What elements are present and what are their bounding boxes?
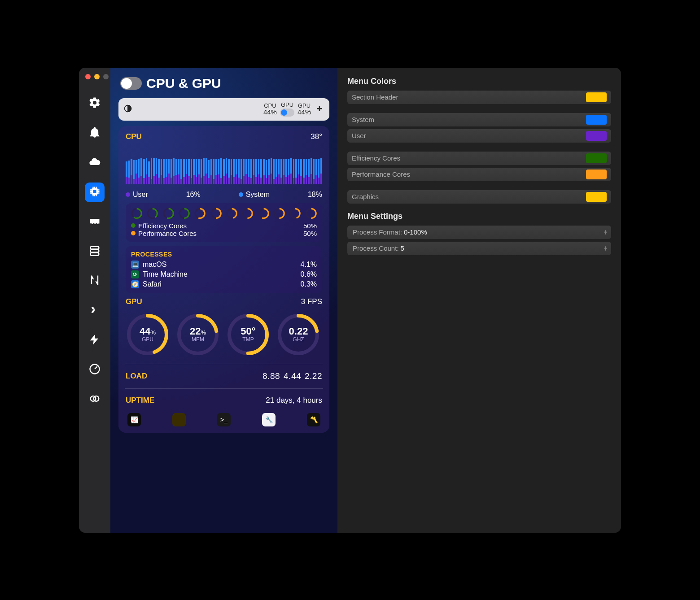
- process-name: macOS: [143, 261, 166, 269]
- color-setting-row[interactable]: Efficiency Cores: [347, 152, 611, 165]
- sidebar-item-disk[interactable]: [85, 242, 105, 261]
- sidebar-item-cpu-gpu[interactable]: [85, 183, 105, 202]
- section-header: CPU & GPU: [118, 68, 329, 98]
- core-ring-icon: [131, 208, 142, 219]
- chart-bar: [148, 161, 150, 184]
- chip-icon: [88, 185, 101, 200]
- legend-system-label: System: [246, 191, 270, 199]
- add-menubar-item-button[interactable]: +: [314, 104, 325, 114]
- eff-cores-label: Efficiency Cores: [138, 222, 187, 230]
- process-app-icon: 💻: [131, 261, 139, 269]
- chart-bar: [206, 158, 207, 184]
- window-zoom-button[interactable]: [103, 74, 109, 79]
- theme-icon[interactable]: [123, 104, 133, 115]
- menu-settings-title: Menu Settings: [347, 212, 611, 221]
- chart-bar: [260, 159, 262, 184]
- dock-app-icon[interactable]: 🔧: [262, 413, 276, 426]
- color-setting-row[interactable]: Performance Cores: [347, 168, 611, 181]
- fan-icon: [88, 304, 101, 318]
- dock-app-icon[interactable]: [172, 413, 186, 426]
- color-swatch[interactable]: [586, 170, 607, 179]
- sidebar-item-sensors[interactable]: [85, 360, 105, 380]
- chart-bar: [173, 158, 175, 184]
- gpu-ring: 0.22GHZ: [276, 313, 320, 357]
- sidebar-item-power[interactable]: [85, 330, 105, 350]
- window-traffic-lights: [85, 74, 109, 79]
- memory-icon: [88, 215, 101, 229]
- section-enable-toggle[interactable]: [120, 77, 142, 90]
- cpu-usage-chart: [126, 146, 322, 184]
- process-app-icon: ⟳: [131, 270, 139, 278]
- process-row: 🧭Safari0.3%: [131, 280, 317, 288]
- chart-bar: [191, 159, 192, 184]
- sidebar-item-combined[interactable]: [85, 390, 105, 409]
- legend-user-label: User: [133, 191, 148, 199]
- app-window: CPU & GPU CPU44% GPU GPU44% + CPU38° Use…: [79, 68, 621, 533]
- color-setting-row[interactable]: System: [347, 113, 611, 126]
- load-5: 4.44: [284, 371, 301, 381]
- process-value: 4.1%: [301, 261, 317, 269]
- color-setting-label: Efficiency Cores: [352, 154, 400, 162]
- chart-bar: [140, 158, 142, 184]
- menubar-cpu[interactable]: CPU44%: [263, 103, 277, 116]
- dock-app-icon[interactable]: 〽️: [307, 413, 320, 426]
- chart-bar: [131, 159, 132, 184]
- chevron-updown-icon: ▲▼: [604, 230, 608, 235]
- gpu-ring: 22%MEM: [176, 313, 220, 357]
- setting-select[interactable]: Process Format: 0-100%▲▼: [347, 226, 611, 239]
- menubar-gpu[interactable]: GPU44%: [298, 103, 311, 116]
- cloud-icon: [88, 156, 101, 170]
- sidebar-item-fans[interactable]: [85, 301, 105, 321]
- sidebar-item-weather[interactable]: [85, 153, 105, 173]
- chart-bar: [273, 159, 275, 184]
- chart-bar: [213, 159, 215, 184]
- menubar-preview: CPU44% GPU GPU44% +: [118, 98, 329, 121]
- window-minimize-button[interactable]: [94, 74, 100, 79]
- dock-app-icon[interactable]: >_: [217, 413, 231, 426]
- color-swatch[interactable]: [586, 92, 607, 102]
- color-swatch[interactable]: [586, 192, 607, 202]
- core-ring-icon: [258, 208, 269, 219]
- menubar-gpu-toggle[interactable]: GPU: [280, 102, 294, 117]
- color-swatch[interactable]: [586, 131, 607, 141]
- sidebar-item-network[interactable]: [85, 271, 105, 291]
- core-ring-icon: [147, 208, 158, 219]
- window-close-button[interactable]: [85, 74, 91, 79]
- chart-bar: [138, 159, 140, 184]
- dock-app-icon[interactable]: 📈: [127, 413, 141, 426]
- setting-select[interactable]: Process Count: 5▲▼: [347, 242, 611, 255]
- sidebar-item-alerts[interactable]: [85, 123, 105, 143]
- core-ring-icon: [163, 208, 174, 219]
- chart-bar: [233, 159, 235, 184]
- gpu-fps: 3 FPS: [301, 297, 322, 306]
- gpu-ring: 44%GPU: [126, 313, 170, 357]
- chart-bar: [183, 159, 185, 184]
- gpu-ring: 50°TMP: [226, 313, 270, 357]
- setting-label: Process Format:: [353, 228, 402, 236]
- cpu-section-label: CPU: [126, 132, 142, 141]
- color-setting-label: User: [352, 132, 366, 139]
- gear-icon: [88, 96, 101, 111]
- color-swatch[interactable]: [586, 153, 607, 163]
- app-shortcut-row: 📈>_🔧〽️: [126, 413, 322, 426]
- color-swatch[interactable]: [586, 115, 607, 125]
- chart-bar: [295, 159, 297, 184]
- chart-bar: [293, 159, 295, 184]
- chart-bar: [298, 159, 300, 184]
- eff-cores-value: 50%: [303, 222, 317, 230]
- chart-bar: [196, 159, 197, 184]
- color-setting-label: Performance Cores: [352, 170, 410, 178]
- uptime-label: UPTIME: [126, 396, 154, 405]
- color-setting-row[interactable]: Graphics: [347, 190, 611, 204]
- chart-bar: [271, 158, 272, 184]
- svg-rect-3: [91, 246, 99, 249]
- svg-rect-4: [91, 249, 99, 252]
- sidebar-item-settings[interactable]: [85, 94, 105, 113]
- process-row: ⟳Time Machine0.6%: [131, 270, 317, 278]
- chart-bar: [203, 158, 205, 184]
- sidebar-item-memory[interactable]: [85, 212, 105, 232]
- color-setting-row[interactable]: User: [347, 129, 611, 143]
- core-ring-icon: [289, 208, 301, 219]
- color-setting-row[interactable]: Section Header: [347, 91, 611, 104]
- chart-bar: [178, 159, 180, 184]
